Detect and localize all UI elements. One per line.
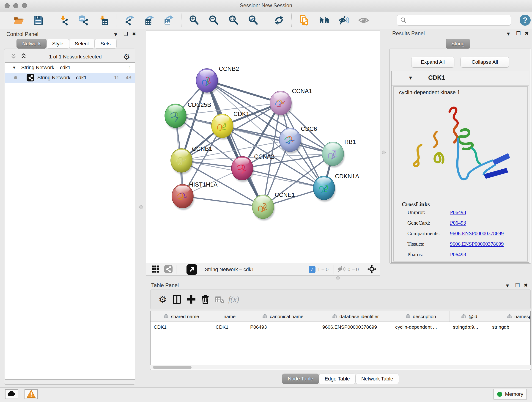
selected-items-checkbox-icon[interactable]: ✓ [309, 266, 316, 273]
network-graph[interactable]: CCNB2CCNA1CDC25BCDK1CDC6RB1CCNB1CCNA2CDK… [146, 31, 380, 263]
bottom-splitter-handle[interactable] [336, 276, 340, 280]
crosslink-row: Uniprot:P06493 [407, 210, 466, 216]
table-row[interactable]: CDK1CDK1P064939606.ENSP00000378699cyclin… [151, 322, 530, 332]
zoom-fit-button[interactable] [227, 13, 240, 27]
collapse-panel-icon[interactable]: ▼ [504, 283, 511, 289]
first-neighbors-button[interactable] [317, 13, 331, 27]
close-panel-icon[interactable]: ✖ [130, 31, 138, 37]
float-panel-icon[interactable]: ❐ [514, 282, 521, 288]
hidden-items-eye-icon[interactable] [337, 265, 346, 274]
export-table-button[interactable] [142, 13, 155, 27]
network-node-CCNE1[interactable] [252, 195, 275, 220]
crosslink-value-link[interactable]: 9606.ENSP00000378699 [450, 241, 504, 247]
float-panel-icon[interactable]: ❐ [515, 31, 522, 36]
expand-all-button[interactable]: Expand All [411, 57, 454, 68]
crosslink-row: GeneCard:P06493 [407, 220, 466, 226]
search-input[interactable] [397, 15, 511, 26]
node-label-CCNA2: CCNA2 [254, 153, 274, 160]
network-tree-row[interactable]: String Network – cdk1 11 48 [5, 73, 135, 83]
column-header-description[interactable]: description [392, 311, 450, 322]
column-header-shared-name[interactable]: shared name [151, 311, 212, 322]
tab-network[interactable]: Network [17, 39, 46, 49]
right-splitter-handle[interactable] [382, 151, 386, 154]
column-header--id[interactable]: @id [450, 311, 489, 322]
export-network-button[interactable] [122, 13, 136, 27]
crosslink-value-link[interactable]: P06493 [450, 220, 466, 226]
delete-column-icon[interactable] [198, 292, 212, 307]
gene-description: cyclin-dependent kinase 1 [399, 89, 460, 96]
float-panel-icon[interactable]: ❐ [122, 31, 130, 37]
save-session-button[interactable] [32, 13, 45, 27]
tab-edge-table[interactable]: Edge Table [319, 374, 355, 384]
crosslink-value-link[interactable]: P06493 [450, 210, 466, 215]
fit-content-crosshair-icon[interactable] [367, 264, 376, 274]
zoom-in-button[interactable] [187, 13, 201, 27]
column-header-canonical-name[interactable]: canonical name [247, 311, 319, 322]
network-tree-row[interactable]: ▼ String Network – cdk1 1 [5, 63, 135, 73]
network-node-CDK1[interactable] [211, 114, 234, 140]
gene-section: ▼ CDK1 cyclin-dependent kinase 1 CrossLi… [391, 71, 529, 263]
network-node-CCNB2[interactable] [196, 69, 219, 94]
horizontal-scrollbar [150, 365, 531, 370]
network-node-CCNA2[interactable] [231, 156, 254, 182]
collapse-panel-icon[interactable]: ▼ [505, 31, 512, 37]
gene-section-header[interactable]: ▼ CDK1 [392, 71, 529, 85]
detach-view-button[interactable] [186, 264, 197, 275]
tab-sets[interactable]: Sets [95, 39, 117, 49]
network-node-CDC25B[interactable] [165, 104, 187, 129]
tab-network-table[interactable]: Network Table [355, 374, 399, 384]
help-button[interactable]: ? [520, 15, 531, 26]
close-panel-icon[interactable]: ✖ [522, 282, 530, 288]
network-overview-share-icon[interactable] [164, 264, 173, 274]
shared-column-icon [405, 313, 411, 319]
copy-documents-button[interactable] [298, 13, 311, 27]
network-node-CDKN1A[interactable] [313, 176, 336, 202]
collapse-all-networks-icon[interactable] [20, 52, 27, 61]
add-column-icon[interactable] [184, 292, 198, 307]
column-header-name[interactable]: name [212, 311, 247, 322]
column-header-database-identifier[interactable]: database identifier [319, 311, 392, 322]
import-network-database-button[interactable] [77, 13, 90, 27]
network-node-RB1[interactable] [322, 142, 345, 167]
table-cell: CDK1 [151, 322, 212, 332]
zoom-out-button[interactable] [207, 13, 220, 27]
results-panel-title: Results Panel [392, 31, 425, 37]
collapse-section-icon[interactable]: ▼ [408, 75, 413, 81]
show-columns-icon[interactable] [170, 292, 184, 307]
left-splitter-handle[interactable] [139, 205, 143, 209]
shared-column-icon [164, 313, 169, 319]
collapse-all-button[interactable]: Collapse All [461, 57, 509, 68]
network-node-CCNA1[interactable] [270, 91, 292, 117]
export-image-button[interactable] [162, 13, 175, 27]
birds-eye-view-icon[interactable] [151, 265, 160, 274]
column-header-namespace[interactable]: namespace [489, 311, 531, 322]
crosslink-value-link[interactable]: 9606.ENSP00000378699 [450, 230, 504, 236]
table-options-gear-icon[interactable]: ⚙ [156, 292, 170, 307]
show-all-button[interactable] [357, 13, 370, 27]
tab-string[interactable]: String [446, 39, 470, 49]
network-options-gear-icon[interactable]: ⚙ [123, 52, 130, 61]
warnings-button[interactable] [25, 389, 38, 399]
memory-button[interactable]: Memory [494, 389, 527, 400]
tab-style[interactable]: Style [46, 39, 69, 49]
collapse-panel-icon[interactable]: ▼ [112, 32, 120, 38]
network-canvas[interactable]: CCNB2CCNA1CDC25BCDK1CDC6RB1CCNB1CCNA2CDK… [146, 30, 380, 276]
expand-all-networks-icon[interactable] [10, 52, 17, 61]
tree-expander-icon[interactable]: ▼ [12, 65, 16, 70]
tab-select[interactable]: Select [69, 39, 95, 49]
cloud-status-button[interactable] [5, 389, 18, 399]
scrollbar-thumb[interactable] [153, 366, 191, 369]
network-collection-label: String Network – cdk1 [21, 65, 70, 70]
zoom-selected-button[interactable] [247, 13, 260, 27]
import-table-button[interactable] [97, 13, 110, 27]
network-node-HIST1H1A[interactable] [172, 184, 194, 210]
window-title: Session: New Session [0, 2, 532, 9]
refresh-button[interactable] [272, 13, 285, 27]
memory-status-dot [497, 392, 502, 397]
tab-node-table[interactable]: Node Table [282, 374, 319, 384]
close-panel-icon[interactable]: ✖ [523, 31, 531, 36]
hide-selected-button[interactable] [337, 13, 351, 27]
open-session-button[interactable] [12, 13, 25, 27]
import-network-file-button[interactable] [57, 13, 70, 27]
crosslink-value-link[interactable]: P06493 [450, 252, 466, 257]
